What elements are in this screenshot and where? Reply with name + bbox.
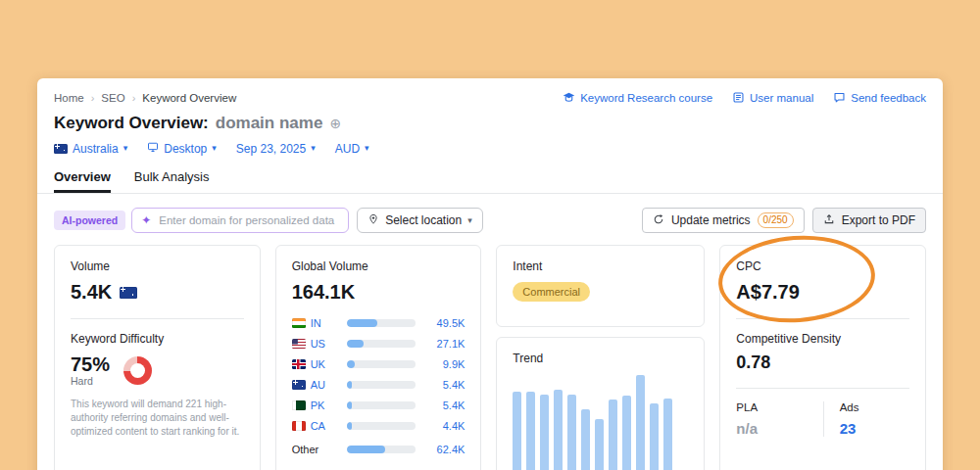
competitive-density-value: 0.78 (736, 352, 909, 373)
domain-input-wrapper: ✦ (131, 208, 349, 233)
country-volume-value[interactable]: 49.5K (423, 317, 465, 329)
sparkle-icon: ✦ (141, 214, 151, 226)
chevron-down-icon: ▾ (365, 144, 369, 153)
export-pdf-label: Export to PDF (842, 213, 915, 227)
trend-bar (636, 375, 645, 470)
kd-block: 75% Hard (71, 353, 244, 387)
page-title-main: Keyword Overview: (54, 114, 209, 133)
country-code-label[interactable]: IN (311, 317, 321, 329)
pla-label: PLA (736, 401, 822, 413)
update-metrics-button[interactable]: Update metrics 0/250 (642, 208, 805, 233)
trend-bar (513, 392, 521, 470)
country-volume-value[interactable]: 5.4K (423, 379, 465, 391)
volume-bar (347, 340, 416, 348)
cpc-label: CPC (736, 259, 909, 273)
country-code-label[interactable]: UK (311, 358, 325, 370)
global-volume-list: IN49.5KUS27.1KUK9.9KAU5.4KPK5.4KCA4.4KOt… (292, 316, 466, 456)
country-filter-label: Australia (73, 142, 119, 156)
plus-circle-icon[interactable]: ⊕ (329, 117, 341, 130)
export-icon (823, 213, 835, 228)
keyword-overview-panel: Home › SEO › Keyword Overview Keyword Re… (37, 78, 943, 470)
volume-label: Volume (71, 259, 244, 273)
kd-donut-chart (123, 356, 152, 385)
domain-input[interactable] (157, 213, 339, 227)
trend-bar (554, 390, 563, 470)
chevron-down-icon: ▾ (123, 144, 128, 153)
global-volume-row: Other62.4K (292, 443, 466, 456)
location-pin-icon (368, 213, 379, 228)
tab-bulk-analysis[interactable]: Bulk Analysis (134, 169, 210, 193)
top-bar: Home › SEO › Keyword Overview Keyword Re… (37, 78, 943, 104)
send-feedback-link[interactable]: Send feedback (833, 91, 926, 104)
global-volume-row: US27.1K (292, 337, 466, 351)
intent-commercial-badge: Commercial (513, 282, 590, 302)
country-filter[interactable]: Australia ▾ (54, 142, 127, 156)
divider (736, 318, 909, 319)
flag-au-icon (292, 380, 306, 390)
ads-value[interactable]: 23 (840, 420, 909, 437)
flag-us-icon (292, 339, 306, 349)
global-volume-row: AU5.4K (292, 378, 466, 392)
intent-trend-column: Intent Commercial Trend (496, 245, 705, 470)
graduation-cap-icon (563, 91, 575, 104)
breadcrumb-separator: › (91, 92, 95, 104)
tab-overview[interactable]: Overview (54, 169, 111, 193)
country-code-label[interactable]: CA (311, 420, 325, 432)
cpc-number: A$7.79 (736, 281, 800, 304)
breadcrumb-separator: › (132, 92, 136, 104)
volume-bar (347, 319, 416, 327)
country-code-label[interactable]: AU (311, 379, 325, 391)
keyword-difficulty-label: Keyword Difficulty (71, 332, 244, 346)
country-volume-value[interactable]: 62.4K (423, 444, 465, 455)
trend-bar (581, 409, 590, 470)
chevron-down-icon: ▾ (212, 144, 217, 153)
breadcrumb-seo[interactable]: SEO (101, 92, 124, 104)
flag-au-icon (120, 287, 137, 299)
global-volume-row: UK9.9K (292, 357, 466, 371)
refresh-icon (653, 213, 664, 228)
volume-bar (347, 446, 416, 453)
pla-cell: PLA n/a (736, 401, 822, 437)
volume-bar (347, 401, 416, 409)
kd-value: 75% (71, 353, 110, 375)
flag-au-icon (54, 144, 68, 154)
chevron-down-icon: ▾ (311, 144, 316, 153)
controls-bar: AI-powered ✦ Select location ▾ Update me… (37, 194, 943, 233)
cpc-card: CPC A$7.79 Competitive Density 0.78 PLA … (719, 245, 926, 470)
global-volume-number: 164.1K (292, 281, 356, 304)
currency-filter[interactable]: AUD ▾ (335, 142, 369, 156)
breadcrumb-home[interactable]: Home (54, 92, 84, 104)
country-volume-value[interactable]: 4.4K (423, 420, 465, 432)
filter-bar: Australia ▾ Desktop ▾ Sep 23, 2025 ▾ AUD… (37, 141, 943, 156)
page-title: Keyword Overview: domain name ⊕ (37, 114, 943, 133)
link-label: Send feedback (851, 92, 926, 104)
country-code-label[interactable]: PK (311, 400, 325, 411)
trend-bar (609, 400, 617, 470)
intent-card: Intent Commercial (496, 245, 705, 327)
country-volume-value[interactable]: 9.9K (423, 358, 465, 370)
global-volume-row: IN49.5K (292, 316, 466, 330)
trend-bar (622, 396, 631, 470)
ads-label: Ads (840, 401, 909, 413)
tab-bar: Overview Bulk Analysis (37, 169, 943, 194)
divider (71, 318, 244, 319)
user-manual-link[interactable]: User manual (732, 91, 813, 104)
currency-filter-label: AUD (335, 142, 360, 156)
location-select[interactable]: Select location ▾ (357, 208, 483, 233)
global-volume-row: PK5.4K (292, 399, 466, 412)
flag-pk-icon (292, 400, 306, 410)
date-filter[interactable]: Sep 23, 2025 ▾ (236, 142, 316, 156)
export-pdf-button[interactable]: Export to PDF (812, 208, 926, 233)
country-volume-value[interactable]: 5.4K (423, 400, 465, 411)
country-code-label[interactable]: US (311, 338, 325, 350)
country-volume-value[interactable]: 27.1K (423, 338, 465, 350)
device-filter-label: Desktop (164, 142, 207, 156)
keyword-research-course-link[interactable]: Keyword Research course (563, 91, 712, 104)
monitor-icon (147, 141, 159, 156)
page-title-keyword: domain name (216, 114, 323, 133)
cpc-value: A$7.79 (736, 281, 909, 304)
header-links: Keyword Research course User manual Send… (563, 91, 926, 104)
date-filter-label: Sep 23, 2025 (236, 142, 306, 156)
trend-label: Trend (513, 352, 688, 365)
device-filter[interactable]: Desktop ▾ (147, 141, 217, 156)
